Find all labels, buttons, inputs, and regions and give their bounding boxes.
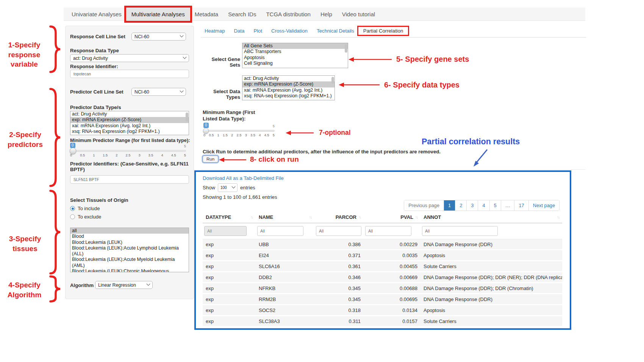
response-identifier-input[interactable]: [70, 70, 189, 78]
response-cell-line-set-select[interactable]: NCI-60: [131, 33, 186, 41]
run-button[interactable]: Run: [203, 156, 218, 162]
column-header-datatype[interactable]: DATATYPE↑↓: [203, 214, 256, 220]
nav-item-multivariate-analyses[interactable]: Multivariate Analyses: [127, 8, 190, 20]
list-option-all[interactable]: all: [70, 228, 189, 234]
list-option-xai-mrna-expression-avg-log2-i[interactable]: xai: mRNA Expression (Avg. log2 Int.): [242, 87, 335, 93]
list-option-xai-mrna-expression-avg-log2-i[interactable]: xai: mRNA Expression (Avg. log2 Int.): [70, 123, 189, 129]
data-types-listbox[interactable]: act: Drug Activityexp: mRNA Expression (…: [242, 75, 335, 100]
chevron-down-icon: [147, 282, 150, 286]
column-header-pval[interactable]: PVAL↑↓: [364, 214, 420, 220]
list-option-blood-leukemia-leuk[interactable]: Blood:Leukemia (LEUK): [70, 240, 189, 245]
sort-icon[interactable]: ↑↓: [250, 215, 253, 219]
table-row-ei24[interactable]: expEI240.3710.0035Apoptosis: [203, 250, 562, 261]
list-option-exp-mrna-expression-z-score[interactable]: exp: mRNA Expression (Z-Score): [242, 81, 335, 87]
tab-partial-correlation[interactable]: Partial Correlation: [359, 28, 408, 34]
page-next-button[interactable]: Next page: [528, 200, 559, 211]
slider-handle[interactable]: [203, 128, 209, 134]
table-row-ubb[interactable]: expUBB0.3860.00229DNA Damage Response (D…: [203, 239, 562, 250]
table-row-nfrkb[interactable]: expNFRKB0.3450.00688DNA Damage Response …: [203, 283, 562, 294]
sort-icon[interactable]: ↑↓: [309, 215, 311, 219]
list-option-xsq-rna-seq-expression-log2-fp[interactable]: xsq: RNA-seq Expression (log2 FPKM+1.): [242, 93, 335, 99]
slider-tick-label: 5: [184, 153, 186, 157]
scrollbar-thumb[interactable]: [345, 44, 347, 53]
response-data-type-select[interactable]: act: Drug Activity: [70, 54, 189, 62]
gene-sets-listbox[interactable]: All Gene SetsABC TransportersApoptosisCe…: [242, 43, 348, 68]
page-button-[interactable]: …: [501, 200, 514, 211]
slider-tick-label: 3: [138, 153, 140, 157]
column-filter-datatype[interactable]: [204, 226, 247, 236]
page-button-2[interactable]: 2: [455, 200, 466, 211]
nav-item-search-ids[interactable]: Search IDs: [223, 8, 261, 20]
list-option-exp-mrna-expression-z-score[interactable]: exp: mRNA Expression (Z-Score): [70, 117, 189, 123]
column-header-name[interactable]: NAME↑↓: [256, 214, 314, 220]
list-option-blood-leukemia-leuk-acute-myel[interactable]: Blood:Leukemia (LEUK):Acute Myeloid Leuk…: [70, 257, 189, 268]
min-range-label: Minimum Range (First Listed Data Type):: [203, 109, 269, 122]
sort-icon[interactable]: ↑↓: [358, 215, 361, 219]
range-slider-track[interactable]: [203, 130, 275, 132]
column-filter-parcor[interactable]: [316, 226, 361, 236]
nav-item-metadata[interactable]: Metadata: [190, 8, 224, 20]
cell-datatype: exp: [203, 316, 256, 326]
page-button-17[interactable]: 17: [514, 200, 528, 211]
data-types-label: Select Data Types: [203, 89, 240, 100]
page-button-4[interactable]: 4: [478, 200, 489, 211]
table-row-socs2[interactable]: expSOCS20.3180.0134Apoptosis: [203, 305, 562, 316]
cell-datatype: exp: [203, 294, 256, 304]
list-option-all-gene-sets[interactable]: All Gene Sets: [242, 43, 348, 49]
page-size-select[interactable]: 100: [218, 183, 238, 192]
list-option-cell-signaling[interactable]: Cell Signaling: [242, 61, 348, 66]
radio-selected-icon[interactable]: [70, 206, 75, 211]
column-filter-name[interactable]: [257, 226, 303, 236]
scrollbar-thumb[interactable]: [331, 77, 334, 84]
list-option-abc-transporters[interactable]: ABC Transporters: [242, 49, 348, 55]
slider-tick-label: 1: [217, 133, 219, 137]
table-row-rrm2b[interactable]: expRRM2B0.3450.00695DNA Damage Response …: [203, 294, 562, 305]
tab-technical-details[interactable]: Technical Details: [312, 28, 359, 34]
column-filter-pval[interactable]: [365, 226, 411, 236]
column-header-parcor[interactable]: PARCOR↑↓: [314, 214, 364, 220]
table-row-slc6a16[interactable]: expSLC6A160.3610.00455Solute Carriers: [203, 261, 562, 272]
range-slider-track[interactable]: [70, 150, 186, 152]
cell-pval: 0.0035: [364, 250, 420, 260]
filter-cell: [420, 226, 562, 236]
tissue-include-radio[interactable]: To include: [70, 205, 100, 212]
list-option-blood[interactable]: Blood: [70, 234, 189, 239]
predictor-cell-line-set-select[interactable]: NCI-60: [131, 88, 186, 96]
page-button-5[interactable]: 5: [489, 200, 501, 211]
list-option-blood-leukemia-leuk-chronic-my[interactable]: Blood:Leukemia (LEUK):Chronic Myelogenou…: [70, 268, 189, 272]
predictor-identifiers-input[interactable]: [70, 175, 189, 184]
list-option-apoptosis[interactable]: Apoptosis: [242, 55, 348, 61]
download-all-link[interactable]: Download All as a Tab-Delimited File: [203, 175, 284, 181]
page-button-1[interactable]: 1: [444, 200, 455, 211]
tab-cross-validation[interactable]: Cross-Validation: [267, 28, 312, 34]
list-option-xsq-rna-seq-expression-log2-fp[interactable]: xsq: RNA-seq Expression (log2 FPKM+1.): [70, 129, 189, 134]
sort-icon[interactable]: ↑↓: [415, 215, 417, 219]
page-button-3[interactable]: 3: [466, 200, 478, 211]
tissue-exclude-radio[interactable]: To exclude: [70, 213, 101, 220]
tab-heatmap[interactable]: Heatmap: [200, 28, 230, 34]
table-row-ddb2[interactable]: expDDB20.3460.00669DNA Damage Response (…: [203, 272, 562, 283]
scrollbar-thumb[interactable]: [186, 112, 188, 122]
list-option-act-drug-activity[interactable]: act: Drug Activity: [70, 111, 189, 117]
column-header-label: DATATYPE: [206, 214, 231, 220]
nav-item-help[interactable]: Help: [316, 8, 337, 20]
tissue-listbox[interactable]: allBloodBlood:Leukemia (LEUK)Blood:Leuke…: [70, 228, 189, 272]
tab-plot[interactable]: Plot: [249, 28, 267, 34]
nav-item-tcga-distribution[interactable]: TCGA distribution: [261, 8, 316, 20]
predictor-data-types-listbox[interactable]: act: Drug Activityexp: mRNA Expression (…: [70, 111, 189, 135]
list-option-blood-leukemia-leuk-acute-lymp[interactable]: Blood:Leukemia (LEUK):Acute Lymphoid Leu…: [70, 245, 189, 257]
column-filter-annot[interactable]: [422, 226, 498, 236]
page-previous-button[interactable]: Previous page: [404, 200, 444, 211]
show-label: Show: [203, 185, 215, 190]
algorithm-select[interactable]: Linear Regression: [95, 281, 153, 289]
nav-item-video-tutorial[interactable]: Video tutorial: [337, 8, 380, 20]
list-option-act-drug-activity[interactable]: act: Drug Activity: [242, 76, 335, 81]
radio-unselected-icon[interactable]: [70, 214, 75, 219]
table-row-slc38a3[interactable]: expSLC38A30.3110.0157Solute Carriers: [203, 316, 562, 327]
sort-icon[interactable]: ↑↓: [557, 215, 559, 219]
predictor-cell-line-set-label: Predictor Cell Line Set: [70, 89, 123, 95]
nav-item-univariate-analyses[interactable]: Univariate Analyses: [67, 8, 127, 20]
tab-data[interactable]: Data: [230, 28, 249, 34]
column-header-annot[interactable]: ANNOT↑↓: [420, 214, 562, 220]
annotation-step3: 3-Specify tissues: [6, 234, 44, 253]
